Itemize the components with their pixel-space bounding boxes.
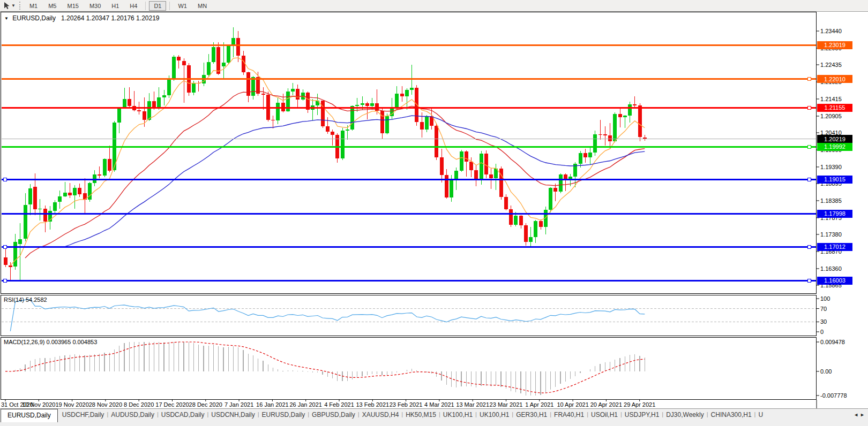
tab-usdjpy-h1[interactable]: USDJPY,H1 [622, 409, 662, 420]
tab-scroll-left-icon[interactable]: ◄ [854, 412, 860, 417]
date-axis-label: 19 Nov 2020 [55, 401, 88, 408]
date-axis-label: 10 Nov 2020 [22, 401, 55, 408]
svg-text:0.009478: 0.009478 [820, 339, 845, 345]
tab-eurusd-daily[interactable]: EURUSD,Daily [259, 409, 308, 420]
tab-uk100-h1[interactable]: UK100,H1 [477, 409, 512, 420]
tab-usdcnh-daily[interactable]: USDCNH,Daily [208, 409, 257, 420]
svg-text:1.17012: 1.17012 [824, 244, 845, 250]
svg-text:30: 30 [820, 318, 827, 325]
date-axis-label: 4 Mar 2021 [424, 401, 454, 408]
trading-terminal-window: ▼ M1M5M15M30H1H4D1W1MN 1.234401.229301.2… [0, 0, 868, 426]
macd-panel: 0.0094780.00-0.007778 MACD(12,26,9) 0.00… [0, 337, 868, 400]
cursor-arrow-icon [3, 2, 10, 10]
svg-text:1.21155: 1.21155 [825, 104, 845, 111]
svg-text:100: 100 [820, 295, 830, 302]
timeframe-button-m1[interactable]: M1 [25, 1, 42, 11]
svg-text:1.19390: 1.19390 [820, 164, 842, 170]
macd-axis[interactable]: 0.0094780.00-0.007778 [817, 339, 847, 399]
svg-text:1.19015: 1.19015 [824, 176, 845, 182]
date-axis-label: 29 Apr 2021 [624, 401, 655, 408]
svg-text:1.17380: 1.17380 [820, 231, 842, 238]
svg-text:1.18385: 1.18385 [820, 197, 842, 204]
date-axis-label: 7 Jan 2021 [225, 401, 253, 408]
rsi-chart-canvas[interactable]: 10070300 [0, 295, 868, 336]
svg-text:1.22435: 1.22435 [820, 62, 842, 68]
tab-eurusd-daily[interactable]: EURUSD,Daily [1, 409, 58, 422]
tab-ger30-h1[interactable]: GER30,H1 [513, 409, 550, 420]
tab-usdcad-daily[interactable]: USDCAD,Daily [159, 409, 207, 420]
date-axis-label: 28 Nov 2020 [89, 401, 122, 408]
date-axis-label: 20 Apr 2021 [590, 401, 622, 408]
date-axis-label: 28 Dec 2020 [189, 401, 222, 408]
date-axis-label: 4 Feb 2021 [324, 401, 354, 408]
svg-text:1.16360: 1.16360 [820, 265, 842, 272]
svg-text:1.23019: 1.23019 [824, 42, 845, 48]
svg-text:-0.007778: -0.007778 [820, 392, 847, 399]
tab-u[interactable]: U [755, 409, 766, 420]
price-chart-canvas[interactable]: 1.234401.229301.224351.219251.214151.209… [0, 12, 868, 294]
svg-text:1.20219: 1.20219 [824, 136, 845, 142]
timeframe-button-h4[interactable]: H4 [125, 1, 142, 11]
chart-tab-bar: EURUSD,DailyUSDCHF,Daily|AUDUSD,Daily|US… [0, 408, 868, 426]
date-axis-label: 26 Jan 2021 [289, 401, 322, 408]
date-axis-label: 13 Mar 2021 [456, 401, 489, 408]
timeframe-button-m30[interactable]: M30 [85, 1, 106, 11]
date-axis-label: 8 Dec 2020 [124, 401, 154, 408]
tab-china300-h1[interactable]: CHINA300,H1 [708, 409, 754, 420]
timeframe-toolbar: ▼ M1M5M15M30H1H4D1W1MN [0, 0, 868, 12]
tab-scroll-right-icon[interactable]: ► [860, 412, 866, 417]
svg-text:0: 0 [820, 329, 824, 335]
svg-text:1.21415: 1.21415 [820, 96, 842, 102]
chevron-down-icon[interactable]: ▼ [11, 3, 16, 8]
date-axis[interactable]: 31 Oct 202010 Nov 202019 Nov 202028 Nov … [0, 400, 868, 408]
svg-text:1.23440: 1.23440 [820, 28, 842, 34]
date-axis-label: 23 Feb 2021 [390, 401, 423, 408]
timeframe-buttons: M1M5M15M30H1H4D1W1MN [24, 0, 212, 12]
tab-usoil-h1[interactable]: USOil,H1 [588, 409, 620, 420]
tab-scroll-arrows: ◄► [854, 412, 866, 417]
svg-text:1.20905: 1.20905 [820, 113, 842, 119]
date-axis-label: 23 Mar 2021 [490, 401, 523, 408]
svg-text:1.20410: 1.20410 [820, 130, 842, 136]
svg-text:0.00: 0.00 [820, 368, 832, 375]
date-axis-label: 13 Feb 2021 [356, 401, 389, 408]
date-axis-label: 1 Apr 2021 [525, 401, 553, 408]
rsi-axis[interactable]: 10070300 [817, 295, 830, 335]
tab-usdchf-daily[interactable]: USDCHF,Daily [59, 409, 107, 420]
toolbar-separator [169, 2, 170, 10]
tab-xauusd-h4[interactable]: XAUUSD,H4 [360, 409, 402, 420]
timeframe-button-m5[interactable]: M5 [43, 1, 61, 11]
macd-chart-canvas[interactable]: 0.0094780.00-0.007778 [0, 337, 868, 400]
tab-hk50-m15[interactable]: HK50,M15 [403, 409, 439, 420]
svg-text:70: 70 [820, 306, 827, 312]
date-axis-label: 16 Jan 2021 [256, 401, 289, 408]
svg-text:1.19992: 1.19992 [824, 143, 845, 150]
tab-gbpusd-daily[interactable]: GBPUSD,Daily [309, 409, 358, 420]
toolbar-grip[interactable] [19, 2, 20, 10]
timeframe-button-mn[interactable]: MN [193, 1, 212, 11]
cursor-tool-icon[interactable] [2, 1, 11, 11]
svg-text:1.16003: 1.16003 [824, 277, 845, 284]
svg-text:1.22010: 1.22010 [824, 76, 845, 82]
rsi-panel: 10070300 RSI(14) 54.2582 [0, 295, 868, 336]
date-axis-label: 17 Dec 2020 [155, 401, 189, 408]
tab-fra40-h1[interactable]: FRA40,H1 [551, 409, 587, 420]
tab-dj30-weekly[interactable]: DJ30,Weekly [663, 409, 706, 420]
tab-uk100-h1[interactable]: UK100,H1 [440, 409, 475, 420]
chart-tabs: EURUSD,DailyUSDCHF,Daily|AUDUSD,Daily|US… [0, 409, 868, 422]
main-chart-panel: 1.234401.229301.224351.219251.214151.209… [0, 12, 868, 294]
tab-audusd-daily[interactable]: AUDUSD,Daily [108, 409, 157, 420]
timeframe-button-w1[interactable]: W1 [173, 1, 192, 11]
toolbar-separator [145, 2, 146, 10]
svg-text:1.17998: 1.17998 [824, 210, 845, 217]
timeframe-button-m15[interactable]: M15 [62, 1, 83, 11]
time-axis[interactable]: 31 Oct 202010 Nov 202019 Nov 202028 Nov … [1, 400, 817, 408]
timeframe-button-d1[interactable]: D1 [149, 1, 166, 11]
date-axis-label: 10 Apr 2021 [557, 401, 588, 408]
timeframe-button-h1[interactable]: H1 [107, 1, 124, 11]
